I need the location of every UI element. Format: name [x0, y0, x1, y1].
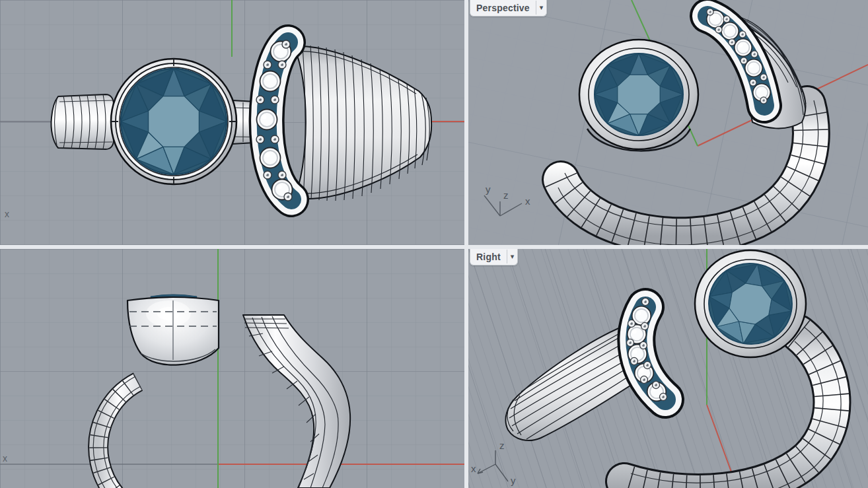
prong-bead: [751, 51, 758, 57]
prong-bead: [256, 96, 264, 104]
prong-bead: [639, 341, 647, 349]
chevron-down-icon[interactable]: ▾: [507, 253, 518, 260]
gizmo-x-label: x: [525, 195, 530, 207]
prong-bead: [264, 61, 271, 69]
prong-bead: [640, 376, 647, 383]
prong-bead: [271, 135, 279, 143]
center-gemstone: [121, 69, 227, 174]
gizmo-z-label: z: [499, 440, 505, 451]
prong-bead: [278, 171, 286, 179]
viewport-title: Right: [470, 252, 507, 262]
prong-bead: [760, 97, 767, 104]
viewport-right[interactable]: z x y Right ▾: [468, 249, 868, 488]
pave-stone: [257, 110, 277, 130]
pave-stone: [721, 22, 739, 40]
prong-bead: [659, 393, 667, 400]
bezel-setting: [127, 295, 219, 365]
viewport-tab-right[interactable]: Right ▾: [470, 249, 518, 265]
pave-stone: [735, 39, 752, 56]
prong-bead: [641, 322, 648, 330]
prong-bead: [628, 320, 635, 327]
prong-bead: [630, 357, 637, 365]
axis-x-label: x: [5, 209, 9, 219]
gizmo-y-label: y: [511, 475, 516, 486]
axis-x-label: x: [3, 453, 7, 464]
prong-bead: [741, 57, 747, 64]
prong-bead: [641, 298, 649, 305]
prong-bead: [264, 171, 271, 179]
prong-bead: [739, 31, 746, 38]
prong-bead: [750, 79, 756, 86]
gizmo-y-label: y: [486, 184, 491, 195]
prong-bead: [715, 26, 722, 33]
pave-stone: [745, 59, 762, 77]
chevron-down-icon[interactable]: ▾: [536, 4, 547, 11]
prong-bead: [723, 16, 730, 22]
prong-bead: [282, 40, 290, 48]
gizmo-x-label: x: [471, 463, 476, 474]
pave-stone: [260, 71, 281, 92]
viewport-top[interactable]: x: [0, 0, 464, 245]
prong-bead: [284, 193, 292, 201]
prong-bead: [256, 135, 264, 143]
viewport-tab-perspective[interactable]: Perspective ▾: [470, 0, 547, 17]
viewport-front[interactable]: x: [0, 249, 464, 488]
pave-stone: [260, 148, 281, 168]
prong-bead: [729, 39, 735, 46]
grid-major: [0, 249, 464, 488]
prong-bead: [271, 96, 279, 104]
prong-bead: [643, 361, 651, 368]
viewport-perspective[interactable]: y z x Perspective ▾: [468, 0, 868, 245]
viewport-title: Perspective: [470, 3, 536, 13]
prong-bead: [278, 61, 286, 69]
prong-bead: [760, 74, 767, 81]
prong-bead: [707, 9, 713, 15]
gizmo-z-label: z: [503, 190, 509, 201]
ring-band-left: [51, 94, 114, 149]
center-gemstone: [595, 53, 683, 135]
prong-bead: [626, 339, 633, 346]
prong-bead: [652, 381, 659, 388]
